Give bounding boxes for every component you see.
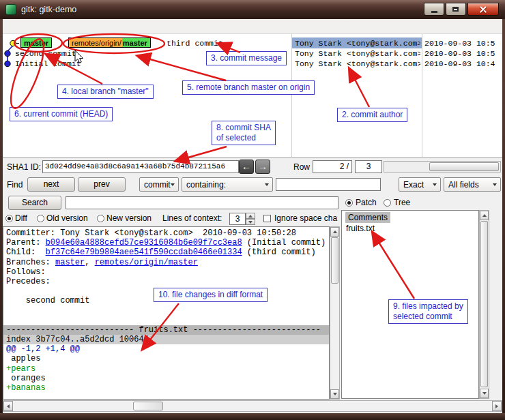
window-border-left <box>0 19 3 420</box>
ignore-space-label: Ignore space cha <box>274 213 338 223</box>
diff-line: Child: bf37c64e79b9804aee541f590ccdab046… <box>3 247 329 257</box>
ignore-space-checkbox[interactable] <box>263 215 271 222</box>
scrollbar-thumb[interactable] <box>331 237 338 284</box>
commit-list-hscrollbar[interactable] <box>384 161 501 172</box>
diff-pane[interactable]: Committer: Tony Stark <tony@stark.com> 2… <box>3 226 330 400</box>
row-indicator-label: Row <box>293 162 310 172</box>
diff-line: Branches: master, remotes/origin/master <box>3 258 329 267</box>
patch-radio[interactable] <box>345 199 353 207</box>
scrollbar-thumb[interactable] <box>480 221 488 387</box>
back-arrow-icon: ← <box>242 161 251 172</box>
gitk-window: gitk: gitk-demo File Edit View Help mast… <box>0 0 505 420</box>
remote-name-text: master <box>122 38 150 47</box>
column-separator[interactable] <box>291 34 292 158</box>
history-forward-button[interactable]: → <box>255 160 270 174</box>
new-version-label: New version <box>106 213 152 223</box>
find-fields-dropdown[interactable]: All fields <box>444 177 501 192</box>
commit-subject[interactable]: third commit <box>167 38 223 48</box>
annotation-commit-sha: 8. commit SHA of selected <box>212 121 276 145</box>
find-match-dropdown[interactable]: Exact <box>399 177 441 192</box>
diff-line: index 3b77c04..a5d2dcd 100644 <box>3 335 329 344</box>
column-separator[interactable] <box>422 34 422 158</box>
scroll-down-icon[interactable] <box>330 389 339 399</box>
diff-line <box>3 306 329 316</box>
find-input[interactable] <box>276 178 381 191</box>
menubar <box>3 19 502 34</box>
commit-subject[interactable]: Initial commit <box>15 59 81 69</box>
scrollbar-thumb[interactable] <box>429 162 499 171</box>
chevron-down-icon <box>493 183 497 186</box>
maximize-button[interactable] <box>446 3 466 16</box>
commit-author-cell[interactable]: Tony Stark <tony@stark.com> <box>295 48 420 59</box>
history-back-button[interactable]: ← <box>239 160 254 174</box>
diff-line: +pears <box>3 364 329 374</box>
tree-radio[interactable] <box>384 199 391 207</box>
find-label: Find <box>7 180 23 190</box>
diff-radio-label: Diff <box>15 213 27 223</box>
search-button[interactable]: Search <box>8 196 61 210</box>
sha1-label: SHA1 ID: <box>7 162 41 172</box>
file-list-item-comments[interactable]: Comments <box>345 212 390 223</box>
search-input[interactable] <box>66 196 338 209</box>
find-containing-dropdown[interactable]: containing: <box>182 177 273 192</box>
head-commit-dot <box>10 40 16 46</box>
commit-date-cell[interactable]: 2010-09-03 10:4 <box>424 59 495 69</box>
spinner-down-button[interactable] <box>246 219 255 225</box>
commit-dot <box>5 50 10 56</box>
spinner-up-button[interactable] <box>246 213 255 219</box>
scroll-right-icon[interactable] <box>492 401 502 411</box>
file-list-item-fruits[interactable]: fruits.txt <box>343 223 377 234</box>
diff-line: Parent: b094e60a4888cefd57ce9316084b6e09… <box>3 238 329 247</box>
window-titlebar[interactable]: gitk: gitk-demo <box>0 0 505 19</box>
minimize-icon <box>431 11 437 13</box>
scroll-up-icon[interactable] <box>480 211 489 220</box>
commit-dot <box>5 61 10 66</box>
sha1-value: 3d024dd9e4a83d8c6a9a143a68b75d4b872115a6 <box>43 161 238 172</box>
scroll-down-icon[interactable] <box>480 389 489 398</box>
diff-text: Committer: Tony Stark <tony@stark.com> 2… <box>3 228 329 393</box>
app-icon <box>5 4 16 15</box>
forward-arrow-icon: → <box>258 161 268 172</box>
branch-label-master[interactable]: master <box>20 38 52 48</box>
diff-scrollbar-horizontal[interactable] <box>3 400 502 412</box>
remote-branch-label[interactable]: remotes/origin/master <box>68 38 151 48</box>
commit-author-cell[interactable]: Tony Stark <tony@stark.com> <box>295 38 420 48</box>
diff-radio[interactable] <box>5 215 13 222</box>
annotation-local-branch: 4. local branch "master" <box>57 85 154 99</box>
commit-date-cell[interactable]: 2010-09-03 10:5 <box>424 48 495 59</box>
annotation-current-commit: 6. current commit (HEAD) <box>10 107 113 121</box>
diff-line: @@ -1,2 +1,4 @@ <box>3 344 329 354</box>
sha1-input[interactable]: 3d024dd9e4a83d8c6a9a143a68b75d4b872115a6 <box>42 160 239 173</box>
diff-line: Follows: <box>3 267 329 277</box>
context-spinner[interactable]: 3 <box>229 213 246 225</box>
window-border-bottom <box>0 413 505 420</box>
old-version-label: Old version <box>46 213 88 223</box>
annotation-commit-message: 3. commit message <box>206 51 287 65</box>
window-border-right <box>502 19 505 420</box>
minimize-button[interactable] <box>424 3 444 16</box>
chevron-down-icon <box>265 183 269 186</box>
lines-of-context-label: Lines of context: <box>162 213 222 223</box>
tree-radio-label: Tree <box>394 198 410 207</box>
scroll-left-icon[interactable] <box>3 401 13 411</box>
find-type-dropdown[interactable]: commit <box>139 177 179 192</box>
close-button[interactable] <box>467 3 499 16</box>
remote-prefix-text: remotes/origin/ <box>69 38 122 47</box>
branch-label-text: master <box>24 39 48 47</box>
find-next-button[interactable]: next <box>27 177 75 192</box>
annotation-file-changes: 10. file changes in diff format <box>154 288 268 302</box>
scroll-up-icon[interactable] <box>330 227 339 237</box>
new-version-radio[interactable] <box>97 215 104 222</box>
row-current-field: 2 / <box>313 160 352 173</box>
scrollbar-thumb[interactable] <box>133 402 163 410</box>
old-version-radio[interactable] <box>37 215 44 222</box>
diff-line: Precedes: <box>3 277 329 286</box>
diff-line: apples <box>3 354 329 363</box>
commit-subject[interactable]: second commit <box>15 48 76 59</box>
chevron-down-icon <box>171 183 175 186</box>
diff-scrollbar-vertical[interactable] <box>330 226 340 400</box>
commit-author-cell[interactable]: Tony Stark <tony@stark.com> <box>295 59 420 69</box>
file-list-scrollbar[interactable] <box>479 210 489 399</box>
find-prev-button[interactable]: prev <box>78 177 126 192</box>
commit-date-cell[interactable]: 2010-09-03 10:5 <box>424 38 495 48</box>
